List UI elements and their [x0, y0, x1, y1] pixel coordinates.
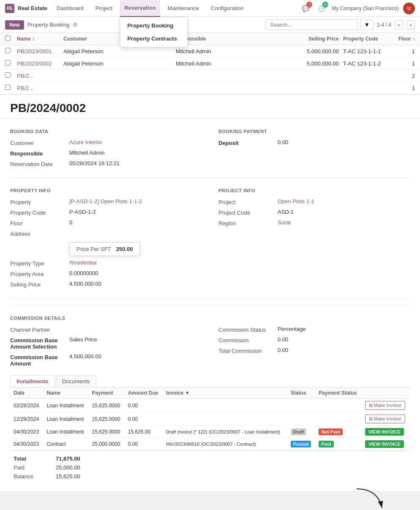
property-info-title: PROPERTY INFO — [10, 185, 202, 193]
commission-title: COMMISSION DETAILS — [10, 312, 410, 321]
property-field: Property [P-ASD-1-2] Open Plots 1-1-2 — [10, 198, 202, 205]
user-avatar[interactable]: U — [403, 3, 415, 14]
installment-row[interactable]: 12/29/2024 Loan Installment 15,625.0000 … — [10, 412, 410, 426]
cell-responsible: Mitchell Admin — [176, 48, 288, 55]
commission-base-amount-field: Commission BaseAmount 4,500,000.00 — [10, 353, 202, 367]
nav-configuration[interactable]: Configuration — [207, 0, 248, 17]
property-type-field: Property Type Residential — [10, 259, 202, 267]
table-row[interactable]: PB/2023/0001 Abigail Peterson Mitchell A… — [0, 45, 420, 57]
row-checkbox[interactable] — [5, 48, 11, 53]
inst-status — [287, 399, 316, 412]
inst-amount-due: 0.00 — [125, 412, 163, 426]
cell-floor: 1 — [394, 60, 415, 67]
installment-row[interactable]: 04/30/2023 Loan Installment 15,625.0000 … — [10, 426, 410, 438]
status-draft-badge: Draft — [291, 428, 307, 435]
table-row[interactable]: PB/2023/0002 Abigail Peterson Mitchell A… — [0, 57, 420, 70]
col-action — [362, 387, 410, 399]
annotation-arrow-svg — [352, 487, 386, 510]
inst-action[interactable]: VIEW INVOICE — [362, 426, 410, 438]
selling-price-value: 4,500,000.00 — [69, 281, 101, 287]
form-title-bar: PB/2024/0002 — [0, 95, 420, 119]
form-container: PB/2024/0002 BOOKING DATA Customer Azure… — [0, 95, 420, 491]
installment-row[interactable]: 02/29/2024 Loan Installment 15,625.0000 … — [10, 399, 410, 412]
total-commission-label: Total Commission — [218, 347, 278, 354]
paid-row: Paid 25,000.00 — [10, 463, 410, 472]
app-brand: Real Estate — [18, 5, 47, 11]
check-all[interactable] — [5, 35, 17, 42]
deposit-label: Deposit — [218, 139, 278, 146]
inst-name: Loan Installment — [43, 399, 88, 412]
floor-value: 0 — [69, 219, 72, 226]
nav-reservation[interactable]: Reservation Property Booking Property Co… — [120, 0, 160, 17]
table-row[interactable]: PB/2... 2 — [0, 70, 420, 82]
balance-value: 15,625.00 — [56, 473, 80, 480]
property-value[interactable]: [P-ASD-1-2] Open Plots 1-1-2 — [69, 198, 142, 205]
property-code-field: Property Code P-ASD-1-2 — [10, 209, 202, 216]
inst-action[interactable]: VIEW INVOICE — [362, 438, 410, 450]
make-invoice-button[interactable]: ⊞ Make Invoice — [365, 415, 405, 423]
pagination-next-button[interactable]: › — [406, 20, 415, 30]
row-checkbox[interactable] — [5, 72, 11, 78]
dropdown-property-contracts[interactable]: Property Contracts — [120, 32, 187, 45]
search-box: ▼ — [265, 19, 374, 30]
search-input[interactable] — [265, 19, 358, 30]
paid-value: 25,000.00 — [56, 464, 80, 471]
region-value[interactable]: Surat — [278, 219, 291, 226]
activities-button[interactable]: 🕐 10 — [316, 3, 327, 14]
customer-value[interactable]: Azure Interior — [69, 139, 102, 145]
floor-label: Floor — [10, 219, 69, 226]
col-header-name[interactable]: Name ↕ — [17, 36, 63, 42]
inst-action[interactable]: ⊞ Make Invoice — [362, 399, 410, 412]
cell-selling: 5,000,000.00 — [288, 60, 339, 67]
nav-project[interactable]: Project — [91, 0, 117, 17]
row-checkbox[interactable] — [5, 85, 11, 90]
make-invoice-button[interactable]: ⊞ Make Invoice — [365, 401, 405, 410]
total-commission-value: 0.00 — [278, 347, 288, 353]
pagination-prev-button[interactable]: ‹ — [395, 20, 403, 30]
installment-row[interactable]: 04/30/2023 Contract 25,000.0000 0.00 INV… — [10, 438, 410, 450]
commission-value: 0.00 — [278, 336, 288, 343]
settings-gear-icon[interactable]: ⚙ — [73, 22, 78, 28]
commission-base-selection-field: Commission BaseAmount Selection Sales Pr… — [10, 336, 202, 350]
select-all-checkbox[interactable] — [5, 35, 11, 41]
inst-date: 12/29/2024 — [10, 412, 43, 426]
reservation-date-label: Reservation Date — [10, 160, 69, 167]
nav-maintenance[interactable]: Maintenance — [164, 0, 203, 17]
row-checkbox[interactable] — [5, 60, 11, 65]
inst-date: 02/29/2024 — [10, 399, 43, 412]
project-value[interactable]: Open Plots 1-1 — [278, 198, 314, 205]
paid-label: Paid — [14, 464, 39, 471]
col-invoice: Invoice ▼ — [163, 387, 287, 399]
property-project-section: PROPERTY INFO Property [P-ASD-1-2] Open … — [10, 185, 410, 298]
view-invoice-button[interactable]: VIEW INVOICE — [365, 440, 404, 448]
commission-base-amount-value: 4,500,000.00 — [69, 353, 101, 360]
activities-badge: 10 — [322, 2, 328, 8]
project-code-field: Project Code ASD-1 — [218, 209, 410, 216]
col-name: Name — [43, 387, 88, 399]
cell-floor: 1 — [394, 48, 415, 55]
tab-installments[interactable]: Installments — [10, 375, 55, 387]
inst-action[interactable]: ⊞ Make Invoice — [362, 412, 410, 426]
booking-data-title: BOOKING DATA — [10, 125, 202, 134]
dropdown-property-booking[interactable]: Property Booking — [120, 19, 187, 32]
property-info-section: PROPERTY INFO Property [P-ASD-1-2] Open … — [10, 185, 202, 291]
property-type-label: Property Type — [10, 259, 69, 267]
reservation-date-field: Reservation Date 05/28/2024 16:12:21 — [10, 160, 202, 167]
commission-status-label: Commission Status — [218, 326, 278, 333]
cell-name: PB/2... — [17, 85, 63, 91]
col-date: Date — [10, 387, 43, 399]
new-button[interactable]: New — [5, 20, 24, 30]
nav-dashboard[interactable]: Dashboard — [52, 0, 88, 17]
search-dropdown-button[interactable]: ▼ — [360, 19, 374, 30]
inst-invoice: Draft Invoice (* 122) (OC/2023/0007 - Lo… — [163, 426, 287, 438]
table-row[interactable]: PB/2... 1 — [0, 82, 420, 94]
region-field: Region Surat — [218, 219, 410, 226]
tab-documents[interactable]: Documents — [56, 375, 96, 387]
nav-right-section: 💬 2 🕐 10 My Company (San Francisco) U — [300, 3, 415, 14]
messages-button[interactable]: 💬 2 — [300, 3, 311, 14]
inst-date: 04/30/2023 — [10, 426, 43, 438]
reservation-date-value: 05/28/2024 16:12:21 — [69, 160, 120, 166]
property-type-value[interactable]: Residential — [69, 259, 96, 266]
status-posted-badge: Posted — [291, 441, 311, 447]
view-invoice-button[interactable]: VIEW INVOICE — [365, 428, 404, 436]
